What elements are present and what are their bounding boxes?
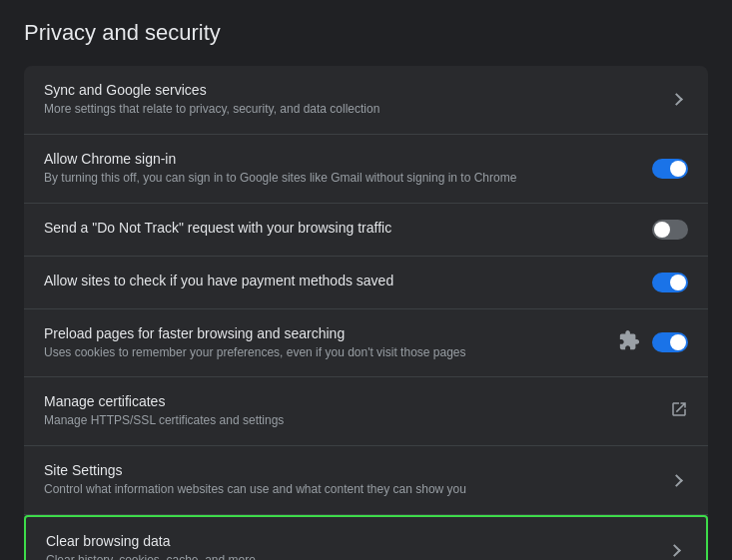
item-subtitle-clear-browsing-data: Clear history, cookies, cache, and more	[46, 552, 650, 560]
item-control-manage-certificates	[670, 400, 688, 422]
item-subtitle-chrome-signin: By turning this off, you can sign in to …	[44, 170, 636, 187]
settings-item-preload-pages[interactable]: Preload pages for faster browsing and se…	[24, 309, 708, 378]
toggle-do-not-track[interactable]	[652, 220, 688, 240]
item-control-chrome-signin	[652, 159, 688, 179]
chevron-right-icon	[668, 470, 688, 490]
item-control-do-not-track	[652, 220, 688, 240]
item-title-preload-pages: Preload pages for faster browsing and se…	[44, 325, 602, 341]
settings-page: Privacy and security Sync and Google ser…	[0, 0, 732, 560]
toggle-thumb	[670, 161, 686, 177]
item-subtitle-manage-certificates: Manage HTTPS/SSL certificates and settin…	[44, 412, 654, 429]
item-control-sync	[668, 90, 688, 110]
toggle-track	[652, 332, 688, 352]
settings-list: Sync and Google servicesMore settings th…	[24, 66, 708, 560]
item-control-payment-methods	[652, 273, 688, 292]
item-subtitle-preload-pages: Uses cookies to remember your preference…	[44, 344, 602, 361]
item-text-site-settings: Site SettingsControl what information we…	[44, 462, 668, 498]
item-text-sync: Sync and Google servicesMore settings th…	[44, 82, 668, 118]
item-text-chrome-signin: Allow Chrome sign-inBy turning this off,…	[44, 151, 652, 187]
toggle-track	[652, 273, 688, 292]
item-text-do-not-track: Send a "Do Not Track" request with your …	[44, 220, 652, 239]
item-title-do-not-track: Send a "Do Not Track" request with your …	[44, 220, 636, 236]
chevron-right-icon	[666, 541, 686, 560]
toggle-thumb	[670, 334, 686, 350]
toggle-preload-pages[interactable]	[652, 332, 688, 352]
toggle-track	[652, 159, 688, 179]
puzzle-icon	[618, 329, 640, 355]
settings-item-chrome-signin[interactable]: Allow Chrome sign-inBy turning this off,…	[24, 135, 708, 204]
item-text-payment-methods: Allow sites to check if you have payment…	[44, 273, 652, 291]
item-title-site-settings: Site Settings	[44, 462, 652, 478]
external-link-icon	[670, 400, 688, 422]
item-title-chrome-signin: Allow Chrome sign-in	[44, 151, 636, 167]
settings-item-do-not-track[interactable]: Send a "Do Not Track" request with your …	[24, 204, 708, 257]
chevron-right-icon	[668, 90, 688, 110]
settings-item-clear-browsing-data[interactable]: Clear browsing dataClear history, cookie…	[24, 515, 708, 560]
item-subtitle-sync: More settings that relate to privacy, se…	[44, 101, 652, 118]
toggle-thumb	[670, 275, 686, 290]
item-text-preload-pages: Preload pages for faster browsing and se…	[44, 325, 618, 361]
item-title-payment-methods: Allow sites to check if you have payment…	[44, 273, 636, 288]
toggle-thumb	[654, 222, 670, 238]
item-text-clear-browsing-data: Clear browsing dataClear history, cookie…	[46, 533, 666, 560]
toggle-track	[652, 220, 688, 240]
item-control-site-settings	[668, 470, 688, 490]
settings-item-sync[interactable]: Sync and Google servicesMore settings th…	[24, 66, 708, 135]
item-title-sync: Sync and Google services	[44, 82, 652, 98]
toggle-chrome-signin[interactable]	[652, 159, 688, 179]
item-title-clear-browsing-data: Clear browsing data	[46, 533, 650, 549]
item-control-preload-pages	[618, 329, 688, 355]
settings-item-payment-methods[interactable]: Allow sites to check if you have payment…	[24, 257, 708, 309]
settings-item-manage-certificates[interactable]: Manage certificatesManage HTTPS/SSL cert…	[24, 377, 708, 446]
page-title: Privacy and security	[24, 20, 708, 46]
item-text-manage-certificates: Manage certificatesManage HTTPS/SSL cert…	[44, 393, 670, 429]
toggle-payment-methods[interactable]	[652, 273, 688, 292]
item-control-clear-browsing-data	[666, 541, 686, 560]
settings-item-site-settings[interactable]: Site SettingsControl what information we…	[24, 446, 708, 515]
item-subtitle-site-settings: Control what information websites can us…	[44, 481, 652, 498]
item-title-manage-certificates: Manage certificates	[44, 393, 654, 409]
